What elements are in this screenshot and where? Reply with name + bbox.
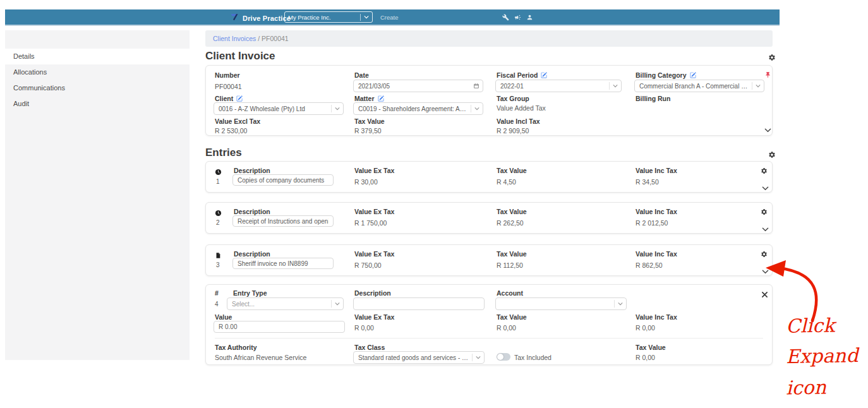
chevron-down-icon bbox=[618, 301, 623, 306]
sidebar-item-allocations[interactable]: Allocations bbox=[5, 64, 190, 80]
edit-icon[interactable] bbox=[378, 95, 384, 102]
billing-category-select[interactable]: Commercial Branch A - Commercial Branch … bbox=[634, 80, 764, 92]
fiscal-period-select[interactable]: 2022-01 bbox=[495, 80, 622, 92]
entry-number: 4 bbox=[215, 301, 219, 308]
select-divider bbox=[331, 300, 332, 308]
billing-category-value: Commercial Branch A - Commercial Branch … bbox=[639, 83, 749, 90]
tax-class-select[interactable]: Standard rated goods and services - Stan… bbox=[353, 351, 485, 364]
matter-label-text: Matter bbox=[354, 95, 375, 102]
tax-value2-label: Tax Value bbox=[636, 344, 666, 351]
value-inc-tax-value: R 34,50 bbox=[636, 178, 659, 186]
sidebar-item-communications[interactable]: Communications bbox=[5, 80, 190, 96]
chevron-down-icon bbox=[474, 106, 479, 111]
matter-select[interactable]: C0019 - Shareholders Agreement: A-Z Whol… bbox=[353, 102, 483, 115]
entry-type-label: Entry Type bbox=[233, 289, 267, 297]
entry-settings-gear-icon[interactable] bbox=[761, 165, 768, 177]
client-value: 0016 - A-Z Wholesale (Pty) Ltd bbox=[219, 105, 328, 112]
tax-group-label: Tax Group bbox=[497, 95, 529, 102]
entry-settings-gear-icon[interactable] bbox=[761, 207, 768, 218]
value-excl-tax-label: Value Excl Tax bbox=[215, 117, 260, 125]
account-select[interactable] bbox=[495, 297, 627, 310]
date-field[interactable] bbox=[353, 80, 483, 92]
value-inc-tax-value: R 862,50 bbox=[636, 261, 663, 269]
create-menu[interactable]: Create bbox=[380, 14, 399, 21]
entry-expand-icon[interactable] bbox=[762, 224, 769, 236]
edit-icon[interactable] bbox=[236, 95, 243, 102]
tax-value-column-label: Tax Value bbox=[497, 208, 527, 215]
clock-icon bbox=[215, 208, 222, 219]
edit-icon[interactable] bbox=[541, 72, 547, 78]
entry-number: 2 bbox=[216, 219, 220, 226]
hash-column-label: # bbox=[215, 289, 219, 297]
value-ex-tax-value: R 750,00 bbox=[354, 261, 382, 269]
select-divider bbox=[471, 105, 471, 112]
entry-card-3: 3 Description Value Ex Tax R 750,00 Tax … bbox=[205, 244, 773, 276]
description-column-label: Description bbox=[234, 250, 270, 258]
invoice-expand-icon[interactable] bbox=[764, 125, 771, 136]
tax-value-label: Tax Value bbox=[354, 117, 385, 125]
entry-description-input[interactable] bbox=[232, 215, 334, 227]
document-icon bbox=[215, 250, 221, 261]
entry-type-select[interactable]: Select... bbox=[227, 297, 344, 310]
left-sidebar: Details Allocations Communications Audit bbox=[5, 30, 190, 360]
pin-icon[interactable] bbox=[764, 69, 771, 81]
value-incl-tax-label: Value Incl Tax bbox=[497, 117, 540, 125]
tax-value-column-label: Tax Value bbox=[497, 250, 527, 258]
sidebar-item-audit[interactable]: Audit bbox=[5, 96, 190, 112]
select-divider bbox=[609, 82, 610, 90]
select-divider bbox=[472, 354, 473, 361]
practice-selector[interactable]: My Practice Inc. bbox=[284, 11, 373, 23]
client-label: Client bbox=[215, 95, 243, 102]
matter-value: C0019 - Shareholders Agreement: A-Z Whol… bbox=[358, 105, 467, 112]
date-input[interactable] bbox=[358, 83, 473, 90]
client-invoice-card: Number PF00041 Date Fiscal Period 2022-0… bbox=[205, 65, 773, 136]
tax-value2-value: R 0,00 bbox=[636, 354, 655, 361]
megaphone-icon[interactable] bbox=[514, 14, 521, 21]
description-label: Description bbox=[354, 289, 391, 297]
page-title: Client Invoice bbox=[205, 50, 275, 63]
drive-practice-logo-icon bbox=[230, 12, 239, 24]
value-inc-tax-value: R 2 012,50 bbox=[636, 219, 668, 227]
tax-value-column-label: Tax Value bbox=[497, 167, 527, 174]
billing-category-label: Billing Category bbox=[636, 71, 696, 79]
tax-included-label: Tax Included bbox=[514, 354, 552, 361]
client-select[interactable]: 0016 - A-Z Wholesale (Pty) Ltd bbox=[214, 102, 344, 115]
value-inc-tax-value: R 0,00 bbox=[636, 324, 655, 332]
select-divider bbox=[614, 300, 615, 308]
tax-group-value: Value Added Tax bbox=[497, 104, 546, 112]
tax-value-value: R 4,50 bbox=[497, 178, 516, 186]
entry-card-2: 2 Description Value Ex Tax R 1 750,00 Ta… bbox=[205, 202, 773, 234]
entries-settings-gear-icon[interactable] bbox=[768, 150, 776, 161]
tools-icon[interactable] bbox=[502, 14, 509, 21]
tax-value-value: R 0,00 bbox=[497, 324, 516, 332]
billing-run-label: Billing Run bbox=[636, 95, 670, 102]
drive-practice-brand[interactable]: Drive Practice bbox=[230, 12, 291, 24]
sidebar-item-details[interactable]: Details bbox=[5, 49, 190, 64]
entries-title: Entries bbox=[205, 147, 242, 159]
tax-authority-label: Tax Authority bbox=[215, 344, 257, 351]
value-input[interactable] bbox=[214, 321, 345, 333]
value-inc-tax-label: Value Inc Tax bbox=[636, 313, 677, 321]
select-divider bbox=[360, 14, 361, 21]
tax-value-value: R 262,50 bbox=[497, 219, 524, 227]
entry-description-input[interactable] bbox=[232, 258, 334, 269]
entry-expand-icon[interactable] bbox=[762, 183, 769, 195]
user-icon[interactable] bbox=[526, 14, 533, 21]
value-inc-tax-column-label: Value Inc Tax bbox=[636, 250, 677, 258]
value-ex-tax-column-label: Value Ex Tax bbox=[354, 167, 394, 174]
breadcrumb-link-client-invoices[interactable]: Client Invoices bbox=[213, 35, 256, 42]
select-divider bbox=[331, 105, 332, 112]
tax-class-value: Standard rated goods and services - Stan… bbox=[358, 354, 469, 361]
chevron-down-icon bbox=[364, 15, 369, 20]
tax-included-toggle[interactable] bbox=[497, 353, 510, 361]
value-ex-tax-label: Value Ex Tax bbox=[354, 313, 394, 321]
breadcrumb: Client Invoices / PF00041 bbox=[205, 30, 773, 47]
value-inc-tax-column-label: Value Inc Tax bbox=[636, 167, 677, 174]
entry-card-1: 1 Description Value Ex Tax R 30,00 Tax V… bbox=[205, 161, 773, 193]
value-inc-tax-column-label: Value Inc Tax bbox=[636, 208, 677, 215]
invoice-settings-gear-icon[interactable] bbox=[768, 52, 776, 64]
value-incl-tax-value: R 2 909,50 bbox=[497, 127, 529, 135]
new-entry-description-input[interactable] bbox=[353, 297, 485, 310]
edit-icon[interactable] bbox=[690, 72, 696, 78]
entry-description-input[interactable] bbox=[232, 174, 334, 186]
